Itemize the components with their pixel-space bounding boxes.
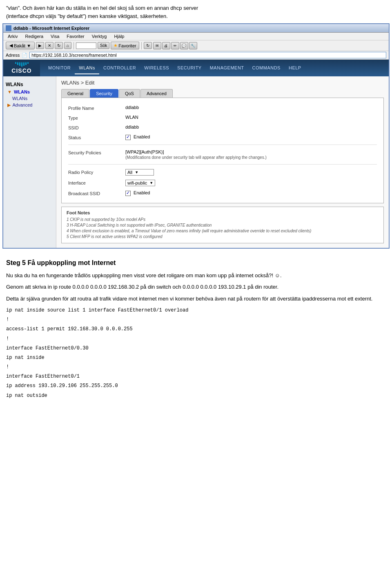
search-input[interactable] [76,42,96,49]
post-para1: Nu ska du ha en fungerande trådlös uppko… [6,272,386,280]
sidebar-title: WLANs [3,80,56,89]
sidebar-item-wlans-parent[interactable]: ▼ WLANs [3,89,56,95]
intro-text-1: "vlan". Och även här kan du ställa in en… [6,5,198,11]
print-icon-button[interactable]: 🖨 [162,42,170,49]
sidebar-label-advanced: Advanced [12,102,32,107]
code-line-10: ip nat outside [6,392,386,400]
broadcast-ssid-value: Enabled [125,190,150,196]
security-policies-text: [WPA2][Auth(PSK)] [125,149,267,154]
status-label: Status [68,134,125,140]
code-line-3: access-list 1 permit 192.168.30.0 0.0.0.… [6,325,386,333]
form-divider-2 [68,164,377,165]
address-label: Adress [6,53,20,58]
extra-toolbar-icons: ✉ 🖨 ✏ 💬 🔧 [153,42,197,49]
sidebar-label-wlans: WLANs [12,96,27,101]
sidebar-item-wlans[interactable]: WLANs [3,95,56,102]
star-icon: ★ [114,43,118,48]
nav-monitor[interactable]: MONITOR [44,62,75,74]
form-row-interface: Interface wifi-public ▼ [68,178,377,188]
nav-wlans[interactable]: WLANs [75,62,99,74]
discuss-icon-button[interactable]: 💬 [180,42,188,49]
menu-hjalp[interactable]: Hjälp [113,33,125,39]
form-row-type: Type WLAN [68,113,377,122]
home-button[interactable]: ⌂ [64,42,71,49]
nav-controller[interactable]: CONTROLLER [99,62,140,74]
cisco-bar-2 [17,62,18,65]
forward-button[interactable]: ▶ [36,42,44,49]
nav-wireless[interactable]: WIRELESS [140,62,173,74]
cisco-bar-1 [15,62,16,64]
form-box: Profile Name ddlabb Type WLAN SSID ddlab… [61,98,384,203]
sidebar-label-wlans-parent: WLANs [14,89,30,94]
menu-verktyg[interactable]: Verktyg [91,33,108,39]
favorites-label: Favoriter [118,43,136,48]
status-text: Enabled [134,134,150,139]
ie-icon [6,25,11,31]
status-checkbox[interactable] [125,135,131,140]
nav-help[interactable]: HELP [285,62,305,74]
security-policies-label: Security Policies [68,149,125,155]
breadcrumb-text: WLANs > Edit [61,80,94,86]
browser-title: ddlabb - Microsoft Internet Explorer [13,26,89,31]
search-button[interactable]: Sök [98,42,109,49]
tool-icon-button[interactable]: 🔧 [189,42,197,49]
cisco-bars [15,62,29,67]
sidebar-item-advanced[interactable]: ▶ Advanced [3,102,56,109]
broadcast-ssid-checkbox[interactable] [125,191,131,196]
edit-icon-button[interactable]: ✏ [171,42,179,49]
tab-general[interactable]: General [61,89,89,98]
address-bar: Adress 📄 [3,51,389,60]
nav-security[interactable]: SECURITY [173,62,206,74]
stop-button[interactable]: ✕ [45,42,53,49]
interface-arrow: ▼ [149,181,153,185]
radio-policy-value: All ▼ [125,169,154,176]
sidebar-arrow-down: ▼ [7,89,12,94]
back-button[interactable]: ◀ Bakåt ▼ [6,42,35,49]
tab-advanced[interactable]: Advanced [140,89,173,98]
back-label: Bakåt [14,43,25,48]
post-heading: Steg 5 Få uppkoppling mot Internet [6,258,386,268]
code-line-2: ! [6,316,386,324]
ssid-value: ddlabb [125,125,139,129]
browser-window: ddlabb - Microsoft Internet Explorer Ark… [2,23,390,249]
security-policies-note: (Modifications done under security tab w… [125,155,267,160]
nav-links: MONITOR WLANs CONTROLLER WIRELESS SECURI… [40,62,310,74]
radio-policy-select[interactable]: All ▼ [125,169,154,176]
form-row-security-policies: Security Policies [WPA2][Auth(PSK)] (Mod… [68,147,377,162]
cisco-text: CISCO [11,67,31,74]
code-line-1: ip nat inside source list 1 interface Fa… [6,307,386,314]
sidebar-arrow-right: ▶ [7,102,11,107]
nav-management[interactable]: MANAGEMENT [206,62,248,74]
interface-value: wifi-public ▼ [125,180,155,186]
refresh-icon-button[interactable]: ↻ [144,42,152,49]
footnote-3: 4 When client exclusion is enabled, a Ti… [67,228,379,234]
foot-notes-title: Foot Notes [67,210,379,215]
favorites-button[interactable]: ★ Favoriter [111,42,139,49]
code-line-7: ! [6,363,386,371]
cisco-bar-7 [27,62,29,64]
form-row-ssid: SSID ddlabb [68,122,377,132]
address-input[interactable] [29,52,386,58]
refresh-button[interactable]: ↻ [55,42,63,49]
menu-visa[interactable]: Visa [49,33,60,39]
back-arrow-icon: ◀ [9,43,13,48]
nav-commands[interactable]: COMMANDS [248,62,285,74]
interface-select[interactable]: wifi-public ▼ [125,180,155,186]
tab-security[interactable]: Security [90,89,118,98]
mail-icon-button[interactable]: ✉ [153,42,161,49]
broadcast-ssid-text: Enabled [134,190,150,195]
security-policies-value: [WPA2][Auth(PSK)] (Modifications done un… [125,149,267,160]
code-line-4: ! [6,335,386,343]
menu-favoriter[interactable]: Favoriter [65,33,85,39]
code-line-9: ip address 193.10.29.106 255.255.255.0 [6,382,386,390]
footnote-2: 3 H-REAP Local Switching is not supporte… [67,223,379,228]
sidebar: WLANs ▼ WLANs WLANs ▶ Advanced [3,76,56,248]
menu-arkiv[interactable]: Arkiv [7,33,19,39]
interface-text: wifi-public [127,180,147,185]
status-value: Enabled [125,134,150,140]
browser-menubar: Arkiv Redigera Visa Favoriter Verktyg Hj… [3,33,389,40]
intro-paragraph: "vlan". Och även här kan du ställa in en… [0,0,392,23]
footnote-1: 1 CKIP is not supported by 10xx model AP… [67,217,379,223]
menu-redigera[interactable]: Redigera [24,33,45,39]
tab-qos[interactable]: QoS [119,89,140,98]
